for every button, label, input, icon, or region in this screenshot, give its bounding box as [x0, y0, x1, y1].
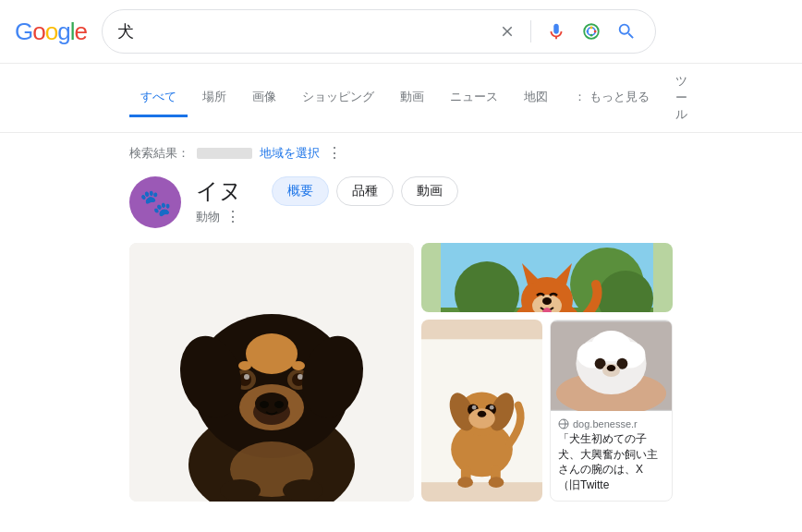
card-info: dog.benesse.r 「犬生初めての子犬、大興奮か飼い主さんの腕のは、X（… [551, 411, 672, 501]
svg-point-25 [220, 479, 261, 502]
svg-point-21 [274, 401, 284, 408]
globe-icon [558, 418, 569, 429]
tag-videos[interactable]: 動画 [401, 176, 458, 206]
logo-g2: g [57, 18, 69, 45]
svg-point-49 [472, 405, 477, 409]
tools-button[interactable]: ツール [664, 64, 699, 132]
svg-point-2 [594, 30, 597, 33]
search-bar [102, 9, 656, 54]
puppy-face [129, 243, 414, 502]
svg-point-26 [283, 479, 323, 502]
svg-point-55 [457, 477, 473, 488]
header: Google [0, 0, 802, 64]
svg-point-56 [489, 477, 504, 488]
svg-point-1 [590, 27, 593, 30]
main-dog-image[interactable] [129, 243, 414, 502]
tab-news[interactable]: ニュース [439, 79, 509, 117]
bottom-images: dog.benesse.r 「犬生初めての子犬、大興奮か飼い主さんの腕のは、X（… [421, 320, 673, 502]
shiba-image[interactable] [421, 243, 673, 312]
voice-search-button[interactable] [542, 18, 570, 45]
right-images: dog.benesse.r 「犬生初めての子犬、大興奮か飼い主さんの腕のは、X（… [421, 243, 673, 502]
nav-tabs: すべて 場所 画像 ショッピング 動画 ニュース 地図 ： もっと見る ツール [0, 64, 802, 133]
card-title: 「犬生初めての子犬、大興奮か飼い主さんの腕のは、X（旧Twitte [558, 431, 664, 493]
svg-point-63 [591, 331, 631, 361]
entity-category: 動物 [196, 209, 220, 225]
svg-point-20 [260, 401, 269, 408]
entity-card: 🐾 イヌ 動物 ⋮ 概要 品種 動画 [129, 176, 673, 228]
small-dog-svg [421, 320, 542, 502]
svg-point-15 [238, 361, 251, 370]
entity-sub: 動物 ⋮ [196, 208, 242, 225]
tab-places[interactable]: 場所 [191, 79, 237, 117]
svg-point-16 [292, 361, 305, 370]
svg-point-14 [298, 374, 303, 380]
tab-maps[interactable]: 地図 [513, 79, 559, 117]
puppy-svg [129, 243, 414, 502]
white-dog-svg [551, 320, 672, 411]
google-logo[interactable]: Google [15, 18, 87, 46]
logo-g: G [15, 18, 32, 45]
logo-o2: o [45, 18, 57, 45]
svg-point-67 [607, 364, 616, 370]
tag-breeds[interactable]: 品種 [336, 176, 394, 206]
svg-point-50 [490, 405, 494, 409]
entity-icon[interactable]: 🐾 [129, 176, 181, 228]
search-icons [495, 18, 640, 45]
shiba-svg [421, 243, 673, 312]
logo-o1: o [32, 18, 44, 45]
select-region-link[interactable]: 地域を選択 [260, 145, 320, 162]
main-content: 検索結果： 地域を選択 ⋮ 🐾 イヌ 動物 ⋮ 概要 品種 動画 [0, 133, 802, 513]
small-dog-image[interactable] [421, 320, 542, 502]
google-lens-button[interactable] [577, 18, 605, 45]
svg-point-8 [246, 333, 298, 374]
clear-button[interactable] [495, 19, 519, 43]
location-blur [197, 148, 252, 159]
logo-e: e [74, 18, 86, 45]
source-label: dog.benesse.r [573, 418, 638, 429]
search-button[interactable] [613, 18, 640, 45]
tag-overview[interactable]: 概要 [272, 176, 329, 206]
search-info: 検索結果： 地域を選択 ⋮ [129, 144, 673, 162]
search-input[interactable] [117, 22, 488, 42]
entity-tags: 概要 品種 動画 [272, 176, 458, 206]
svg-point-37 [542, 297, 552, 305]
tab-videos[interactable]: 動画 [389, 79, 435, 117]
tab-shopping[interactable]: ショッピング [291, 79, 385, 117]
images-grid: dog.benesse.r 「犬生初めての子犬、大興奮か飼い主さんの腕のは、X（… [129, 243, 673, 502]
paw-icon: 🐾 [140, 187, 172, 218]
svg-point-3 [590, 34, 593, 37]
svg-point-13 [244, 374, 249, 380]
entity-name: イヌ [196, 176, 242, 206]
more-options-icon[interactable]: ⋮ [327, 144, 342, 162]
divider [530, 20, 531, 42]
tab-all[interactable]: すべて [129, 79, 188, 117]
tab-images[interactable]: 画像 [241, 79, 287, 117]
tab-more[interactable]: ： もっと見る [563, 79, 661, 117]
search-result-label: 検索結果： [129, 145, 189, 162]
card-image [551, 320, 672, 411]
entity-more-icon[interactable]: ⋮ [225, 208, 240, 225]
svg-point-4 [586, 30, 589, 33]
web-result-card[interactable]: dog.benesse.r 「犬生初めての子犬、大興奮か飼い主さんの腕のは、X（… [550, 320, 673, 502]
svg-point-52 [478, 410, 487, 417]
entity-info: イヌ 動物 ⋮ [196, 176, 242, 225]
